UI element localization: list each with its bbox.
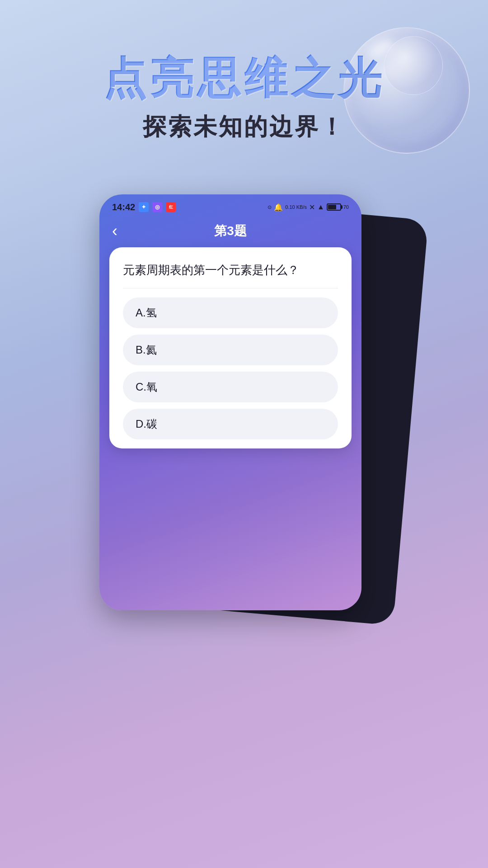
phone-mockup: 14:42 ✦ ◎ 红 ⊙ 🔔 0.10 KB/s ✕ ▲ 70 ‹ 第3题 <box>99 194 361 610</box>
question-text: 元素周期表的第一个元素是什么？ <box>123 261 338 288</box>
status-right: ⊙ 🔔 0.10 KB/s ✕ ▲ 70 <box>267 203 349 212</box>
bell-icon: 🔔 <box>274 203 283 212</box>
option-c[interactable]: C.氧 <box>123 372 338 402</box>
network-speed: ⊙ <box>267 204 272 210</box>
back-button[interactable]: ‹ <box>112 222 130 241</box>
status-time: 14:42 <box>112 202 135 212</box>
option-d[interactable]: D.碳 <box>123 409 338 439</box>
network-speed-text: 0.10 KB/s <box>285 204 307 210</box>
question-card: 元素周期表的第一个元素是什么？ A.氢 B.氦 C.氧 D.碳 <box>109 247 352 448</box>
status-bar: 14:42 ✦ ◎ 红 ⊙ 🔔 0.10 KB/s ✕ ▲ 70 <box>99 194 361 217</box>
hero-section: 点亮思维之光 探索未知的边界！ <box>0 54 488 143</box>
battery-level: 70 <box>343 204 349 210</box>
hero-subtitle: 探索未知的边界！ <box>0 111 488 143</box>
wifi-icon: ▲ <box>317 203 324 211</box>
option-a[interactable]: A.氢 <box>123 297 338 328</box>
app-icon-blue: ✦ <box>139 202 149 212</box>
phone-bottom <box>99 448 361 471</box>
option-b[interactable]: B.氦 <box>123 335 338 365</box>
battery-fill <box>328 205 336 209</box>
app-icon-purple: ◎ <box>152 202 162 212</box>
phone-wrapper: 14:42 ✦ ◎ 红 ⊙ 🔔 0.10 KB/s ✕ ▲ 70 ‹ 第3题 <box>99 194 389 610</box>
hero-title: 点亮思维之光 <box>0 54 488 102</box>
options-list: A.氢 B.氦 C.氧 D.碳 <box>123 297 338 439</box>
app-icon-red: 红 <box>166 202 176 212</box>
battery-indicator <box>327 203 341 211</box>
nav-bar: ‹ 第3题 <box>99 217 361 247</box>
signal-icon: ✕ <box>309 203 315 212</box>
page-title: 第3题 <box>130 222 331 240</box>
